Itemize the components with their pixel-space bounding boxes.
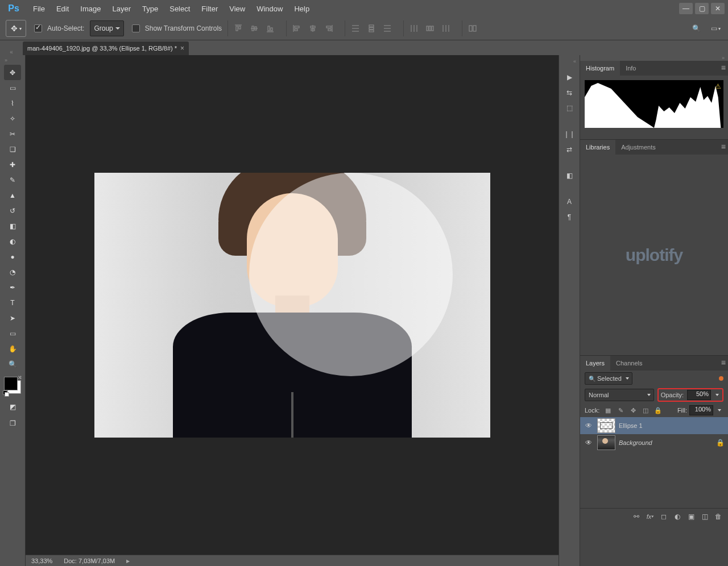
histogram-warning-icon[interactable]: ⚠ (715, 82, 721, 90)
document-tab[interactable]: man-449406_1920.jpg @ 33,3% (Ellipse 1, … (23, 41, 189, 55)
layer-filter-dropdown[interactable]: 🔍 Selected (585, 372, 632, 385)
opacity-control[interactable]: Opacity: 50% (657, 388, 723, 402)
menu-help[interactable]: Help (288, 0, 315, 17)
swap-colors-icon[interactable]: ⤭ (18, 374, 22, 380)
adjustment-layer-icon[interactable]: ◐ (672, 511, 682, 522)
canvas-viewport[interactable] (26, 55, 559, 555)
search-icon[interactable]: 🔍 (689, 22, 703, 35)
lock-all-icon[interactable]: 🔒 (653, 406, 663, 415)
tab-info[interactable]: Info (620, 61, 642, 76)
lock-artboard-icon[interactable]: ◫ (640, 406, 651, 415)
minimize-button[interactable]: — (679, 3, 693, 14)
distribute-left-icon[interactable] (407, 23, 421, 34)
status-doc[interactable]: Doc: 7,03M/7,03M (64, 557, 115, 564)
layer-item[interactable]: 👁Background🔒 (580, 434, 728, 451)
fill-dropdown-icon[interactable] (715, 406, 723, 415)
layer-name-label[interactable]: Ellipse 1 (619, 422, 643, 429)
actions-panel-icon[interactable]: ⇆ (562, 86, 576, 99)
lasso-tool-icon[interactable]: ⌇ (4, 95, 21, 111)
default-colors-icon[interactable] (3, 390, 9, 396)
eraser-tool-icon[interactable]: ◧ (4, 218, 21, 234)
opacity-value-field[interactable]: 50% (687, 390, 711, 400)
layer-filter-toggle-icon[interactable] (719, 376, 723, 381)
hand-tool-icon[interactable]: ✋ (4, 341, 21, 356)
dodge-tool-icon[interactable]: ◔ (4, 264, 21, 280)
show-transform-checkbox[interactable] (132, 24, 140, 32)
auto-select-mode-dropdown[interactable]: Group (90, 20, 123, 36)
dock-collapse-icon[interactable]: « (573, 59, 576, 64)
close-window-button[interactable]: ✕ (711, 3, 725, 14)
auto-select-checkbox[interactable] (34, 24, 42, 32)
toolbox-collapse-icon[interactable]: » (5, 57, 7, 63)
tab-layers[interactable]: Layers (580, 356, 610, 371)
path-select-tool-icon[interactable]: ➤ (4, 310, 21, 326)
trash-icon[interactable]: 🗑 (713, 511, 723, 522)
fill-value-field[interactable]: 100% (689, 405, 713, 415)
tool-preset-button[interactable]: ✥ ▾ (6, 20, 26, 37)
quickmask-icon[interactable]: ◩ (4, 399, 21, 414)
pen-tool-icon[interactable]: ✒ (4, 280, 21, 295)
swatches-panel-icon[interactable]: ◧ (562, 169, 576, 182)
menu-filter[interactable]: Filter (196, 0, 224, 17)
auto-align-icon[interactable] (466, 23, 479, 34)
brushes-panel-icon[interactable]: ❘❘ (562, 127, 576, 141)
tab-libraries[interactable]: Libraries (580, 140, 615, 155)
document-tab-close-icon[interactable]: × (180, 44, 184, 52)
blur-tool-icon[interactable]: ● (4, 249, 21, 264)
fx-icon[interactable]: fx▾ (645, 511, 655, 522)
character-panel-icon[interactable]: A (562, 195, 576, 209)
brush-settings-panel-icon[interactable]: ⇄ (562, 143, 576, 156)
workspace-switcher-icon[interactable]: ▭▾ (709, 22, 722, 35)
layer-thumbnail[interactable] (597, 435, 615, 450)
opacity-dropdown-icon[interactable] (713, 390, 721, 399)
screenmode-icon[interactable]: ❐ (4, 415, 21, 431)
maximize-button[interactable]: ▢ (695, 3, 709, 14)
eyedropper-tool-icon[interactable]: ❏ (4, 142, 21, 157)
type-tool-icon[interactable]: T (4, 295, 21, 310)
align-top-icon[interactable] (231, 23, 245, 34)
menu-window[interactable]: Window (251, 0, 288, 17)
marquee-tool-icon[interactable]: ▭ (4, 80, 21, 95)
align-hcenter-icon[interactable] (306, 23, 320, 34)
show-transform-check[interactable]: Show Transform Controls (130, 23, 222, 34)
gradient-tool-icon[interactable]: ◐ (4, 234, 21, 249)
healing-tool-icon[interactable]: ✚ (4, 157, 21, 172)
group-icon[interactable]: ▣ (686, 511, 696, 522)
distribute-bottom-icon[interactable] (380, 23, 394, 34)
crop-tool-icon[interactable]: ✂ (4, 126, 21, 142)
3d-panel-icon[interactable]: ⬚ (562, 101, 576, 115)
layer-item[interactable]: 👁Ellipse 1 (580, 417, 728, 434)
lock-pixels-icon[interactable]: ✎ (615, 406, 626, 415)
status-menu-icon[interactable]: ▶ (126, 559, 130, 564)
play-panel-icon[interactable]: ▶ (562, 70, 576, 84)
shape-tool-icon[interactable]: ▭ (4, 326, 21, 341)
layer-name-label[interactable]: Background (619, 439, 652, 446)
distribute-top-icon[interactable] (349, 23, 362, 34)
menu-layer[interactable]: Layer (107, 0, 137, 17)
auto-select-check[interactable]: Auto-Select: (32, 23, 84, 34)
blend-mode-dropdown[interactable]: Normal (585, 389, 654, 401)
panel-menu-icon[interactable]: ≡ (721, 358, 726, 367)
lock-position-icon[interactable]: ✥ (628, 406, 638, 415)
paragraph-panel-icon[interactable]: ¶ (562, 210, 576, 224)
zoom-tool-icon[interactable]: 🔍 (4, 356, 21, 372)
stamp-tool-icon[interactable]: ▲ (4, 188, 21, 203)
menu-type[interactable]: Type (136, 0, 164, 17)
layer-thumbnail[interactable] (597, 418, 615, 433)
link-layers-icon[interactable]: ⚯ (631, 511, 642, 522)
status-zoom[interactable]: 33,33% (31, 557, 52, 564)
menu-image[interactable]: Image (75, 0, 106, 17)
panels-collapse-icon[interactable]: » (580, 55, 728, 61)
align-left-icon[interactable] (290, 23, 304, 34)
tab-channels[interactable]: Channels (610, 356, 648, 371)
visibility-toggle-icon[interactable]: 👁 (584, 439, 594, 447)
new-layer-icon[interactable]: ◫ (700, 511, 710, 522)
align-right-icon[interactable] (322, 23, 336, 34)
distribute-vcenter-icon[interactable] (365, 23, 378, 34)
color-swatches[interactable]: ⤭ (4, 377, 21, 394)
lock-transparency-icon[interactable]: ▦ (603, 406, 613, 415)
distribute-hcenter-icon[interactable] (423, 23, 437, 34)
panel-menu-icon[interactable]: ≡ (721, 142, 726, 151)
align-bottom-icon[interactable] (263, 23, 277, 34)
menu-view[interactable]: View (224, 0, 251, 17)
